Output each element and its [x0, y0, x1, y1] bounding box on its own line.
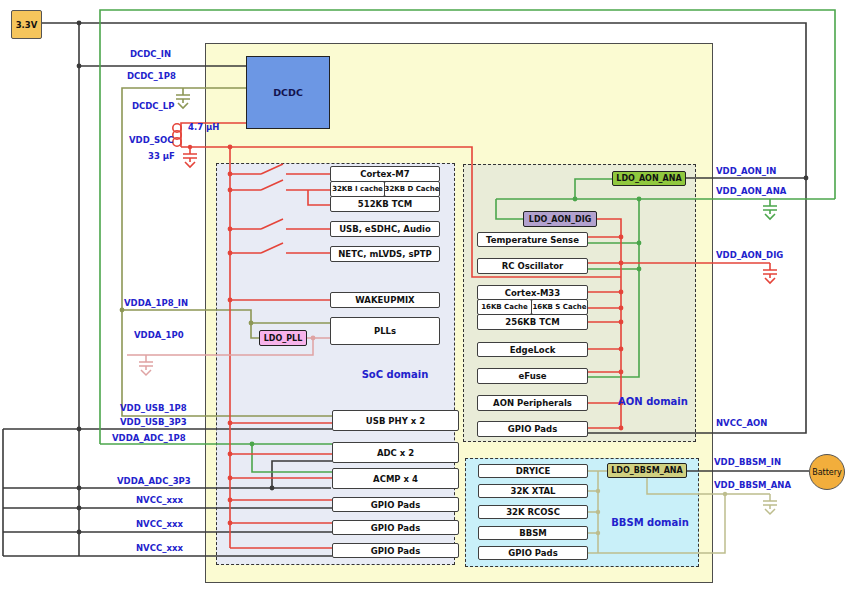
block-efuse: eFuse: [477, 368, 588, 384]
block-dryice: DRYICE: [478, 464, 588, 478]
block-cortex-m7: Cortex-M7: [330, 166, 440, 182]
pin-nvcc-1: NVCC_xxx: [136, 495, 183, 505]
power-architecture-diagram: 3.3V Battery DCDC Cortex-M7 32KB I cache…: [0, 0, 850, 591]
pin-dcdc-in: DCDC_IN: [130, 49, 171, 59]
pin-vdd-usb-1p8: VDD_USB_1P8: [120, 403, 187, 413]
block-gpio-pads-bbsm: GPIO Pads: [478, 546, 588, 560]
inductor-label: 4.7 µH: [188, 122, 219, 132]
pin-vdda-1p8-in: VDDA_1P8_IN: [124, 298, 188, 308]
pin-vdd-usb-3p3: VDD_USB_3P3: [120, 417, 187, 427]
bulk-cap-label: 33 µF: [148, 151, 175, 161]
ldo-bbsm-ana: LDO_BBSM_ANA: [607, 463, 687, 478]
block-16kb-s-cache: 16KB S Cache: [531, 299, 588, 315]
block-rc-oscillator: RC Oscillator: [477, 258, 588, 274]
block-wakeupmix: WAKEUPMIX: [330, 292, 440, 308]
soc-domain-label: SoC domain: [345, 369, 445, 380]
pin-vdd-soc: VDD_SOC: [129, 135, 174, 145]
pin-vdd-bbsm-ana: VDD_BBSM_ANA: [714, 480, 791, 490]
junctions-pink: [311, 336, 316, 341]
block-usb-phy: USB PHY x 2: [332, 410, 459, 431]
dcdc-block: DCDC: [246, 56, 330, 129]
pin-vdd-aon-dig: VDD_AON_DIG: [716, 250, 783, 260]
pin-vdda-adc-1p8: VDDA_ADC_1P8: [112, 433, 186, 443]
block-16kb-cache: 16KB Cache: [477, 299, 532, 315]
block-gpio-pads-2: GPIO Pads: [332, 520, 459, 535]
supply-3v3: 3.3V: [11, 10, 42, 39]
block-gpio-pads-1: GPIO Pads: [332, 497, 459, 512]
pin-vdd-aon-in: VDD_AON_IN: [716, 166, 776, 176]
block-bbsm: BBSM: [478, 526, 588, 540]
block-edgelock: EdgeLock: [477, 342, 588, 357]
block-cortex-m33: Cortex-M33: [477, 285, 588, 300]
block-32k-xtal: 32K XTAL: [478, 484, 588, 498]
block-netc-mlvds-sptp: NETC, mLVDS, sPTP: [330, 246, 440, 262]
block-usb-esdhc-audio: USB, eSDHC, Audio: [330, 221, 440, 237]
block-gpio-pads-aon: GPIO Pads: [477, 421, 588, 437]
ldo-aon-dig: LDO_AON_DIG: [523, 211, 597, 227]
pin-dcdc-1p8: DCDC_1P8: [127, 71, 176, 81]
ldo-aon-ana: LDO_AON_ANA: [612, 171, 686, 186]
battery: Battery: [809, 454, 845, 490]
block-256kb-tcm: 256KB TCM: [477, 314, 588, 330]
pin-vdd-bbsm-in: VDD_BBSM_IN: [714, 457, 781, 467]
block-plls: PLLs: [330, 317, 440, 345]
pin-nvcc-3: NVCC_xxx: [136, 543, 183, 553]
pin-nvcc-aon: NVCC_AON: [716, 418, 767, 428]
pin-nvcc-2: NVCC_xxx: [136, 519, 183, 529]
pin-vdd-aon-ana: VDD_AON_ANA: [716, 186, 786, 196]
pin-dcdc-lp: DCDC_LP: [132, 101, 174, 111]
block-gpio-pads-3: GPIO Pads: [332, 543, 459, 558]
junctions-khaki: [596, 489, 727, 535]
block-adc: ADC x 2: [332, 442, 459, 463]
block-acmp: ACMP x 4: [332, 468, 459, 489]
block-temperature-sense: Temperature Sense: [477, 232, 588, 247]
block-icache: 32KB I cache: [330, 181, 385, 197]
bbsm-domain-label: BBSM domain: [605, 517, 695, 528]
wires-analog-1p8: [100, 10, 835, 472]
block-32k-rcosc: 32K RCOSC: [478, 505, 588, 519]
pin-vdda-1p0: VDDA_1P0: [134, 330, 184, 340]
pin-vdda-adc-3p3: VDDA_ADC_3P3: [117, 476, 191, 486]
block-aon-peripherals: AON Peripherals: [477, 395, 588, 411]
aon-domain-label: AON domain: [613, 396, 693, 407]
block-dcache: 32KB D Cache: [384, 181, 440, 197]
block-512kb-tcm: 512KB TCM: [330, 196, 440, 212]
ldo-pll: LDO_PLL: [259, 330, 307, 346]
